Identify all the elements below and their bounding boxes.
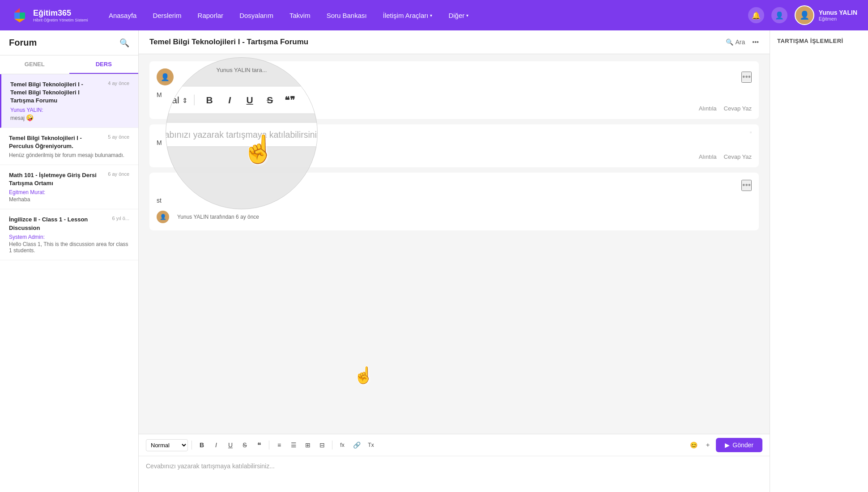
link-button[interactable]: 🔗 (350, 439, 363, 451)
nav-diger[interactable]: Diğer ▾ (442, 8, 475, 23)
sidebar-item-time: 6 ay önce (108, 171, 129, 177)
post-more-button[interactable]: ••• (741, 72, 752, 83)
logo-icon (11, 6, 29, 24)
iletisim-arrow-icon: ▾ (430, 13, 432, 18)
post-author-time: Yunus YALIN tarafından 6 ay önce (177, 214, 259, 220)
quote-button[interactable]: Alıntıla (699, 153, 717, 160)
unordered-list-button[interactable]: ☰ (287, 439, 300, 451)
user-role: Eğitmen (819, 16, 857, 21)
nav-links: Anasayfa Derslerim Raporlar Dosyalarım T… (102, 8, 734, 23)
main-layout: Forum 🔍 GENEL DERS Temel Bilgi Teknoloji… (0, 30, 868, 492)
sidebar-item-time: 5 ay önce (108, 134, 129, 140)
nav-derslerim[interactable]: Derslerim (146, 8, 187, 23)
nav-raporlar[interactable]: Raporlar (191, 8, 230, 23)
emoji-button[interactable]: 😊 (687, 439, 700, 451)
sidebar-item-author: System Admin: (9, 234, 129, 240)
sidebar-list: Temel Bilgi Teknolojileri I - Temel Bilg… (0, 74, 138, 492)
content-header: Temel Bilgi Teknolojileri I - Tartışma F… (139, 30, 770, 54)
content-body: 👤 ••• M Alıntıla Cevap Yaz M (139, 54, 770, 434)
quote-button[interactable]: Alıntıla (699, 105, 717, 112)
post-content: M (157, 138, 752, 148)
sidebar-item-preview: Henüz gönderilmiş bir forum mesajı bulun… (9, 152, 129, 158)
sidebar: Forum 🔍 GENEL DERS Temel Bilgi Teknoloji… (0, 30, 139, 492)
sidebar-item[interactable]: Temel Bilgi Teknolojileri I - Perculus Ö… (0, 128, 138, 165)
sidebar-search-button[interactable]: 🔍 (119, 38, 129, 48)
page-title: Temel Bilgi Teknolojileri I - Tartışma F… (149, 38, 308, 47)
sidebar-item-title: İngilizce II - Class 1 - Lesson Discussi… (9, 216, 98, 232)
sidebar-item-author: Yunus YALIN: (10, 107, 129, 113)
avatar: 👤 (157, 211, 169, 223)
svg-marker-3 (20, 13, 25, 19)
more-dots-icon: ••• (752, 38, 759, 46)
user-circle-button[interactable]: 👤 (771, 7, 787, 23)
sidebar-item-preview: Merhaba (9, 196, 129, 203)
post-content: st (157, 195, 752, 205)
diger-arrow-icon: ▾ (466, 13, 468, 18)
forum-search-button[interactable]: 🔍 Ara (726, 38, 745, 46)
sidebar-item-title: Temel Bilgi Teknolojileri I - Temel Bilg… (10, 81, 100, 105)
ordered-list-button[interactable]: ≡ (273, 439, 285, 451)
formula-button[interactable]: fx (336, 439, 349, 451)
reply-button[interactable]: Cevap Yaz (724, 153, 752, 160)
tab-ders[interactable]: DERS (69, 55, 139, 74)
sidebar-item-time: 6 yıl ö... (112, 216, 129, 221)
add-button[interactable]: ＋ (702, 439, 714, 451)
nav-dosyalarim[interactable]: Dosyalarım (233, 8, 280, 23)
sidebar-item-title: Temel Bilgi Teknolojileri I - Perculus Ö… (9, 134, 98, 150)
editor-toolbar: Normal Heading 1 Heading 2 B I U S ❝ ≡ ☰… (139, 434, 770, 456)
user-name: Yunus YALIN (819, 9, 857, 16)
italic-button[interactable]: I (210, 439, 222, 451)
reply-editor: Normal Heading 1 Heading 2 B I U S ❝ ≡ ☰… (139, 434, 770, 492)
post-more-button[interactable] (750, 131, 752, 133)
tab-genel[interactable]: GENEL (0, 55, 69, 74)
search-icon: 🔍 (726, 38, 733, 46)
sidebar-item-preview: Hello Class 1, This is the discussion ar… (9, 241, 129, 254)
avatar: 👤 (795, 5, 814, 25)
align-left-button[interactable]: ⊞ (302, 439, 314, 451)
nav-soru-bankasi[interactable]: Soru Bankası (320, 8, 373, 23)
sidebar-item-author: Egitmen Murat: (9, 189, 129, 195)
bold-button[interactable]: B (196, 439, 208, 451)
sidebar-item[interactable]: İngilizce II - Class 1 - Lesson Discussi… (0, 209, 138, 260)
forum-post: ••• st 👤 Yunus YALIN tarafından 6 ay önc… (149, 173, 759, 230)
editor-input[interactable]: Cevabınızı yazarak tartışmaya katılabili… (139, 456, 770, 492)
underline-button[interactable]: U (224, 439, 237, 451)
nav-anasayfa[interactable]: Anasayfa (102, 8, 143, 23)
post-more-button[interactable]: ••• (741, 180, 752, 191)
sidebar-title: Forum (9, 38, 37, 48)
forum-more-button[interactable]: ••• (752, 38, 759, 46)
post-content: M (157, 90, 752, 100)
blockquote-button[interactable]: ❝ (253, 439, 265, 451)
user-area[interactable]: 👤 Yunus YALIN Eğitmen (795, 5, 857, 25)
forum-post: 👤 ••• M Alıntıla Cevap Yaz (149, 61, 759, 119)
clear-format-button[interactable]: Tx (365, 439, 377, 451)
sidebar-item-preview: mesaj 🤪 (10, 114, 129, 121)
sidebar-tabs: GENEL DERS (0, 55, 138, 74)
logo-subtitle: Hibrit Öğretim Yönetim Sistemi (33, 18, 88, 22)
sidebar-header: Forum 🔍 (0, 30, 138, 55)
svg-marker-4 (14, 19, 25, 22)
nav-iletisim[interactable]: İletişim Araçları ▾ (377, 8, 439, 23)
logo-title: Eğitim365 (33, 8, 88, 18)
strikethrough-button[interactable]: S (238, 439, 251, 451)
right-panel: TARTIŞMA İŞLEMLERİ (770, 30, 868, 492)
svg-marker-1 (14, 8, 20, 13)
forum-post: M Alıntıla Cevap Yaz (149, 124, 759, 167)
sidebar-item-time: 4 ay önce (108, 81, 129, 86)
format-select[interactable]: Normal Heading 1 Heading 2 (146, 439, 188, 451)
reply-button[interactable]: Cevap Yaz (724, 105, 752, 112)
sidebar-item-title: Math 101 - İşletmeye Giriş Dersi Tartışm… (9, 171, 98, 187)
sidebar-item[interactable]: Temel Bilgi Teknolojileri I - Temel Bilg… (0, 74, 138, 128)
logo[interactable]: Eğitim365 Hibrit Öğretim Yönetim Sistemi (11, 6, 88, 24)
topnav: Eğitim365 Hibrit Öğretim Yönetim Sistemi… (0, 0, 868, 30)
send-icon: ▶ (725, 441, 730, 449)
notification-bell-button[interactable]: 🔔 (748, 7, 764, 23)
right-panel-title: TARTIŞMA İŞLEMLERİ (777, 38, 861, 44)
send-button[interactable]: ▶ Gönder (716, 438, 762, 452)
content-area: Yunus YALIN tara... Normal ⇕ B I U S ❝❞ … (139, 30, 770, 492)
avatar: 👤 (157, 68, 174, 85)
nav-right: 🔔 👤 👤 Yunus YALIN Eğitmen (748, 5, 857, 25)
align-right-button[interactable]: ⊟ (316, 439, 328, 451)
nav-takvim[interactable]: Takvim (283, 8, 317, 23)
sidebar-item[interactable]: Math 101 - İşletmeye Giriş Dersi Tartışm… (0, 165, 138, 209)
